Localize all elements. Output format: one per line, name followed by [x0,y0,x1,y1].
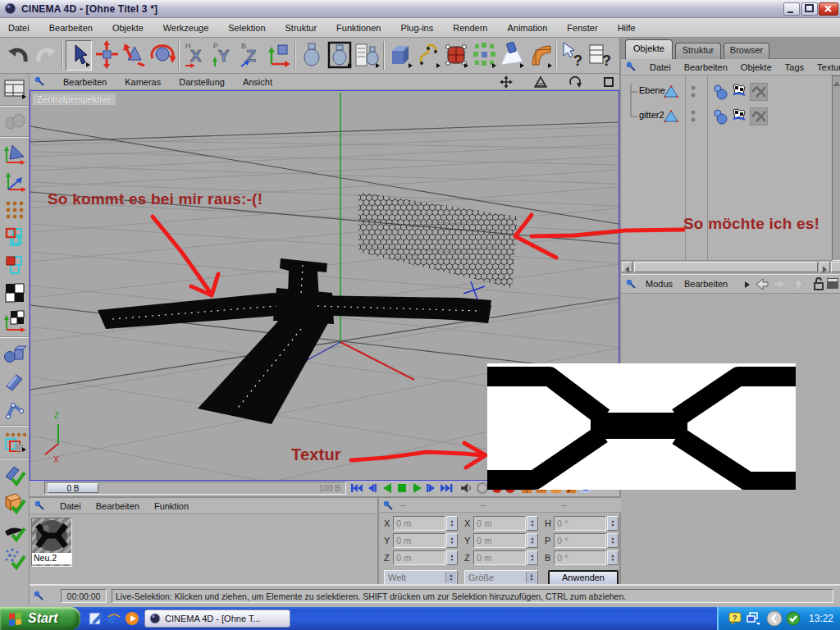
material-thumbnail[interactable]: Neu.2 [31,518,72,567]
y-axis-lock-icon[interactable]: PY [210,40,236,71]
rotate-tool-icon[interactable] [149,40,176,71]
primitive-cube-icon[interactable] [387,40,413,71]
timeline-handle[interactable]: 0 B [48,483,98,493]
flag-tag-icon[interactable] [731,108,747,125]
om-menu-item[interactable]: Objekte [741,62,772,72]
object-row-ebene[interactable]: Ebene [621,80,831,103]
rotate-view-icon[interactable] [568,75,582,89]
texture-mode-icon[interactable] [2,281,27,305]
coord-field[interactable]: 0 ° [554,516,606,531]
kinematics-mode-icon[interactable] [2,397,27,422]
bearbeiten-menu[interactable]: Bearbeiten [684,279,728,289]
polygons-mode-icon[interactable] [2,253,27,277]
pin-icon[interactable] [34,500,45,511]
axis-mode-icon[interactable] [2,169,27,194]
timeline-track[interactable]: 0 B 100 B [44,482,346,495]
menu-item[interactable]: Animation [507,23,547,33]
menu-item[interactable]: Objekte [112,23,144,33]
list-help-icon[interactable]: ? [587,40,614,71]
render-picture-viewer-icon[interactable] [326,40,353,71]
edges-mode-icon[interactable] [2,225,27,249]
stepper[interactable]: ▲▼ [446,516,458,531]
sound-icon[interactable] [459,482,473,495]
coord-field[interactable]: 0 ° [554,533,606,548]
goto-start-icon[interactable] [349,482,363,495]
start-button[interactable]: Start [0,607,80,630]
mat-menu-item[interactable]: Funktion [154,501,189,511]
size-mode-dropdown[interactable]: Größe▲▼ [464,570,538,585]
help-balloon-icon[interactable]: ? [728,612,742,625]
coord-field[interactable]: 0 m [393,516,445,531]
tab-browser[interactable]: Browser [724,43,769,59]
menu-item[interactable]: Hilfe [618,23,636,33]
goto-end-icon[interactable] [440,482,454,495]
particles-enabled-icon[interactable] [2,546,27,571]
stepper[interactable]: ▲▼ [527,533,538,548]
back-icon[interactable] [755,277,769,291]
maximize-button[interactable] [801,2,818,16]
menu-item[interactable]: Plug-ins [400,23,433,33]
tab-struktur[interactable]: Struktur [675,43,721,59]
coord-field[interactable]: 0 m [473,533,526,548]
render-disabled-icon[interactable] [2,108,27,133]
stepper[interactable]: ▲▼ [607,550,619,565]
coord-field[interactable]: 0 m [393,550,445,565]
object-row-gitter2[interactable]: gitter2 [621,105,831,128]
menu-item[interactable]: Werkzeuge [163,23,208,33]
world-mode-dropdown[interactable]: Welt▲▼ [384,570,458,585]
phong-tag-icon[interactable] [713,108,729,125]
mat-menu-item[interactable]: Datei [60,501,81,511]
stepper[interactable]: ▲▼ [607,533,619,548]
black-cross-object[interactable] [98,258,491,424]
material-tag-icon[interactable] [750,83,768,101]
play-backward-icon[interactable] [381,482,395,495]
om-menu-item[interactable]: Datei [650,62,671,72]
next-key-icon[interactable] [425,482,439,495]
pin-icon[interactable] [626,279,637,290]
render-settings-icon[interactable] [354,40,381,71]
menu-item[interactable]: Fenster [567,23,597,33]
points-mode-icon[interactable] [2,197,27,221]
menu-item[interactable]: Bearbeiten [49,23,93,33]
viewport-menu-item[interactable]: Darstellung [179,77,225,87]
viewport-menu-item[interactable]: Ansicht [243,77,272,87]
snap-enabled-icon[interactable] [2,491,27,515]
om-menu-item[interactable]: Textur [817,62,840,72]
array-icon[interactable] [471,40,497,71]
menu-item[interactable]: Rendern [453,23,487,33]
toggle-view-icon[interactable] [603,76,614,88]
menu-item[interactable]: Datei [8,23,30,33]
object-name[interactable]: gitter2 [639,110,664,120]
render-view-icon[interactable] [299,40,325,71]
coord-field[interactable]: 0 m [473,516,526,531]
redo-icon[interactable] [33,40,59,71]
object-name[interactable]: Ebene [639,85,665,95]
object-list-hscrollbar[interactable] [621,261,840,274]
hscroll-thumb[interactable] [634,262,818,272]
deform-enabled-icon[interactable] [2,518,27,543]
up-icon[interactable] [792,277,806,291]
prev-key-icon[interactable] [364,482,378,495]
scale-view-icon[interactable] [534,75,547,89]
pan-view-icon[interactable] [500,75,513,89]
coord-field[interactable]: 0 ° [554,550,606,565]
visibility-dots-icon[interactable] [690,108,696,125]
minimize-button[interactable] [783,2,800,16]
visibility-dots-icon[interactable] [690,84,696,100]
pin-icon[interactable] [34,76,45,87]
om-menu-item[interactable]: Bearbeiten [684,62,728,72]
hypernurbs-icon[interactable] [443,40,469,71]
coordinate-system-icon[interactable] [266,40,292,71]
coord-field[interactable]: 0 m [393,533,445,548]
tab-objekte[interactable]: Objekte [625,39,673,59]
deformer-icon[interactable] [527,40,553,71]
layout-window-icon[interactable] [2,77,27,102]
menu-item[interactable]: Selektion [228,23,265,33]
mat-menu-item[interactable]: Bearbeiten [96,501,139,511]
pin-icon[interactable] [34,591,44,601]
stepper[interactable]: ▲▼ [446,550,458,565]
animation-mode-icon[interactable] [2,369,27,394]
material-name[interactable]: Neu.2 [32,553,71,564]
taskbar-task-cinema4d[interactable]: CINEMA 4D - [Ohne T... [144,609,290,628]
live-selection-icon[interactable] [66,40,92,71]
